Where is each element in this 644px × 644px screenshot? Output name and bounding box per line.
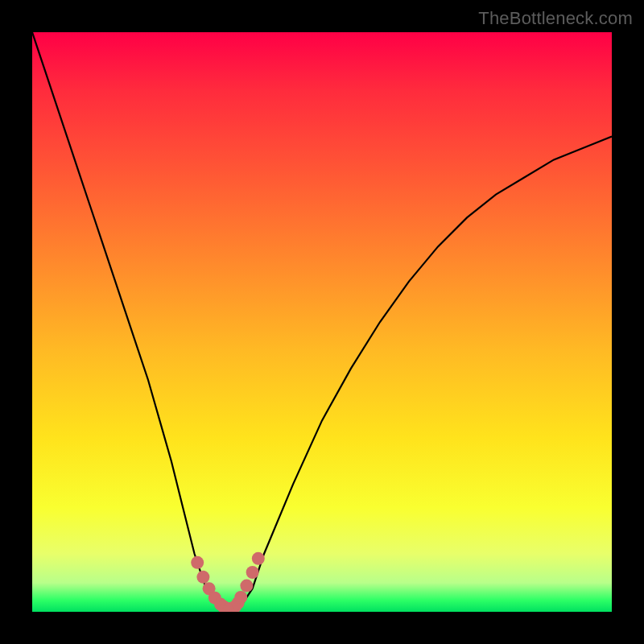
highlight-dot (252, 552, 265, 565)
highlight-dot (240, 580, 253, 592)
highlight-dot (246, 566, 259, 579)
highlight-markers (191, 552, 265, 612)
highlight-dot (191, 556, 204, 569)
bottleneck-curve (32, 32, 612, 612)
highlight-dot (196, 571, 209, 584)
highlight-dot (234, 591, 247, 604)
watermark-text: TheBottleneck.com (478, 8, 633, 29)
plot-area (32, 32, 612, 612)
chart-svg (32, 32, 612, 612)
outer-black-frame: TheBottleneck.com (0, 0, 644, 644)
